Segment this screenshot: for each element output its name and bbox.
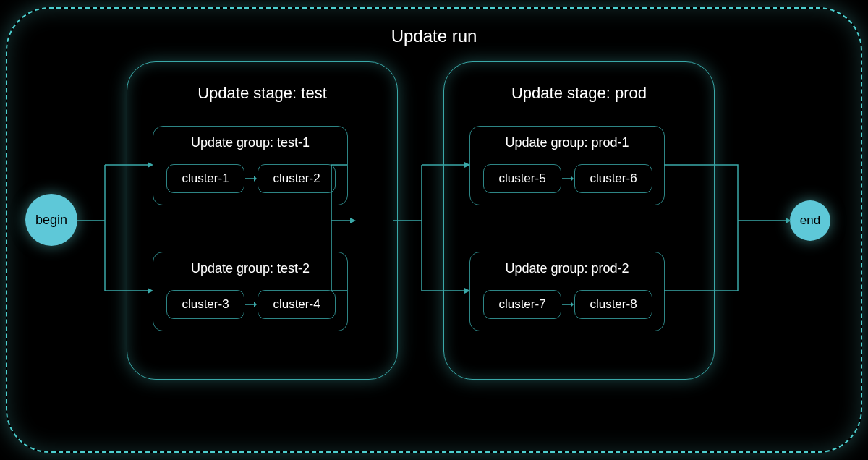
group-prod-2-title: Update group: prod-2 (470, 261, 664, 276)
stage-prod: Update stage: prod Update group: prod-1 … (443, 61, 715, 380)
arrow-icon (562, 302, 574, 307)
cluster-3: cluster-3 (166, 290, 244, 319)
group-test-1-title: Update group: test-1 (153, 135, 347, 150)
cluster-7: cluster-7 (483, 290, 561, 319)
group-test-2: Update group: test-2 cluster-3 cluster-4 (153, 252, 348, 331)
cluster-2: cluster-2 (258, 164, 336, 193)
update-run-title: Update run (0, 26, 868, 46)
svg-marker-1 (254, 176, 257, 182)
cluster-6: cluster-6 (574, 164, 652, 193)
group-test-2-title: Update group: test-2 (153, 261, 347, 276)
group-prod-2: Update group: prod-2 cluster-7 cluster-8 (469, 252, 665, 331)
end-node: end (790, 200, 830, 241)
arrow-icon (245, 176, 257, 182)
stage-test-title: Update stage: test (127, 84, 397, 103)
group-prod-1-title: Update group: prod-1 (470, 135, 664, 150)
svg-marker-7 (571, 302, 574, 307)
group-test-1: Update group: test-1 cluster-1 cluster-2 (153, 126, 348, 205)
svg-marker-5 (571, 176, 574, 182)
cluster-8: cluster-8 (574, 290, 652, 319)
svg-marker-3 (254, 302, 257, 307)
begin-node: begin (25, 194, 77, 246)
stage-prod-title: Update stage: prod (444, 84, 714, 103)
group-prod-1: Update group: prod-1 cluster-5 cluster-6 (469, 126, 665, 205)
cluster-5: cluster-5 (483, 164, 561, 193)
stage-test: Update stage: test Update group: test-1 … (127, 61, 398, 380)
cluster-4: cluster-4 (258, 290, 336, 319)
arrow-icon (562, 176, 574, 182)
arrow-icon (245, 302, 257, 307)
cluster-1: cluster-1 (166, 164, 244, 193)
